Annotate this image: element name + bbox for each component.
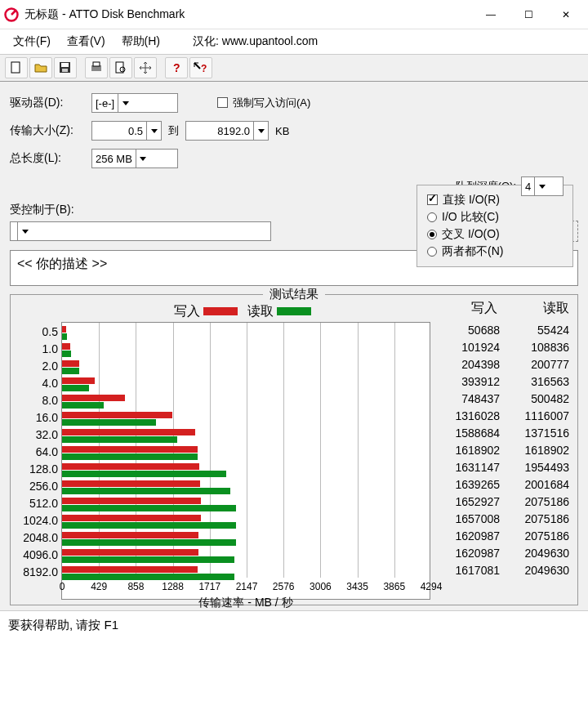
results-group: 测试结果 写入 读取 写入 读取 0.51.02.04.08.016.032.0… [10, 294, 578, 605]
svg-rect-3 [61, 63, 69, 67]
size-unit: KB [275, 125, 289, 137]
length-label: 总长度(L): [10, 151, 91, 166]
menu-hanhua: 汉化: www.upantool.com [186, 33, 324, 51]
size-from-combo[interactable]: 0.5 [91, 121, 162, 141]
io-compare-option[interactable]: I/O 比较(C) [427, 210, 563, 225]
new-button[interactable] [5, 57, 28, 78]
controlled-combo[interactable] [10, 221, 271, 241]
svg-rect-4 [62, 69, 68, 72]
svg-rect-1 [11, 62, 20, 73]
neither-option[interactable]: 两者都不(N) [427, 244, 563, 259]
drive-label: 驱动器(D): [10, 96, 91, 110]
titlebar: 无标题 - ATTO Disk Benchmark — ☐ ✕ [0, 0, 588, 29]
col-header-write: 写入 [430, 300, 502, 322]
x-tick: 3865 [383, 581, 405, 592]
length-combo[interactable]: 256 MB [91, 149, 178, 168]
neither-radio [427, 247, 437, 257]
minimize-button[interactable]: — [472, 2, 510, 27]
svg-text:?: ? [173, 61, 180, 74]
close-button[interactable]: ✕ [547, 2, 585, 27]
menu-view[interactable]: 查看(V) [60, 33, 112, 51]
svg-rect-6 [93, 62, 100, 66]
x-tick: 429 [91, 581, 107, 592]
status-bar: 要获得帮助, 请按 F1 [0, 610, 588, 640]
menubar: 文件(F) 查看(V) 帮助(H) 汉化: www.upantool.com [0, 29, 588, 54]
force-write-checkbox[interactable] [217, 97, 228, 108]
results-label: 测试结果 [263, 287, 325, 302]
x-tick: 2576 [273, 581, 295, 592]
io-compare-radio [427, 212, 437, 222]
x-tick: 1717 [198, 581, 220, 592]
print-button[interactable] [85, 57, 108, 78]
toolbar: ? ? [0, 54, 588, 82]
preview-button[interactable] [109, 57, 132, 78]
help-button[interactable]: ? [165, 57, 188, 78]
size-to-combo[interactable]: 8192.0 [185, 121, 269, 141]
size-to-label: 到 [168, 123, 179, 138]
data-columns: 5068810192420439839391274843713160281588… [430, 322, 574, 600]
menu-help[interactable]: 帮助(H) [115, 33, 167, 51]
chart-plot: 传输速率 - MB / 秒 04298581288171721472576300… [61, 322, 430, 600]
io-options-panel: 直接 I/O(R) I/O 比较(C) 交叉 I/O(O) 两者都不(N) [416, 185, 573, 267]
svg-text:?: ? [201, 63, 207, 74]
drive-combo[interactable]: [-e-] [91, 93, 178, 113]
x-tick: 858 [127, 581, 144, 592]
x-tick: 4294 [421, 581, 443, 592]
x-tick: 3435 [346, 581, 368, 592]
open-button[interactable] [29, 57, 52, 78]
overlap-io-radio [427, 230, 437, 239]
x-tick: 0 [60, 581, 65, 592]
y-axis-labels: 0.51.02.04.08.016.032.064.0128.0256.0512… [14, 322, 61, 600]
main-panel: 驱动器(D): [-e-] 强制写入访问(A) 传输大小(Z): 0.5 到 8… [0, 82, 588, 610]
whatsthis-button[interactable]: ? [189, 57, 212, 78]
size-label: 传输大小(Z): [10, 123, 91, 138]
x-tick: 2147 [236, 581, 258, 592]
app-icon [3, 7, 20, 23]
x-tick: 1288 [162, 581, 184, 592]
queue-combo[interactable]: 4 [521, 176, 564, 196]
overlap-io-option[interactable]: 交叉 I/O(O) [427, 227, 563, 242]
x-tick: 3006 [310, 581, 332, 592]
force-write-label: 强制写入访问(A) [233, 96, 310, 109]
maximize-button[interactable]: ☐ [510, 2, 547, 27]
move-button[interactable] [134, 57, 157, 78]
legend: 写入 读取 [61, 303, 430, 320]
direct-io-checkbox [427, 194, 438, 205]
window-title: 无标题 - ATTO Disk Benchmark [24, 7, 472, 22]
x-axis-label: 传输速率 - MB / 秒 [198, 596, 292, 610]
col-header-read: 读取 [502, 300, 574, 322]
menu-file[interactable]: 文件(F) [7, 33, 57, 51]
save-button[interactable] [54, 57, 77, 78]
